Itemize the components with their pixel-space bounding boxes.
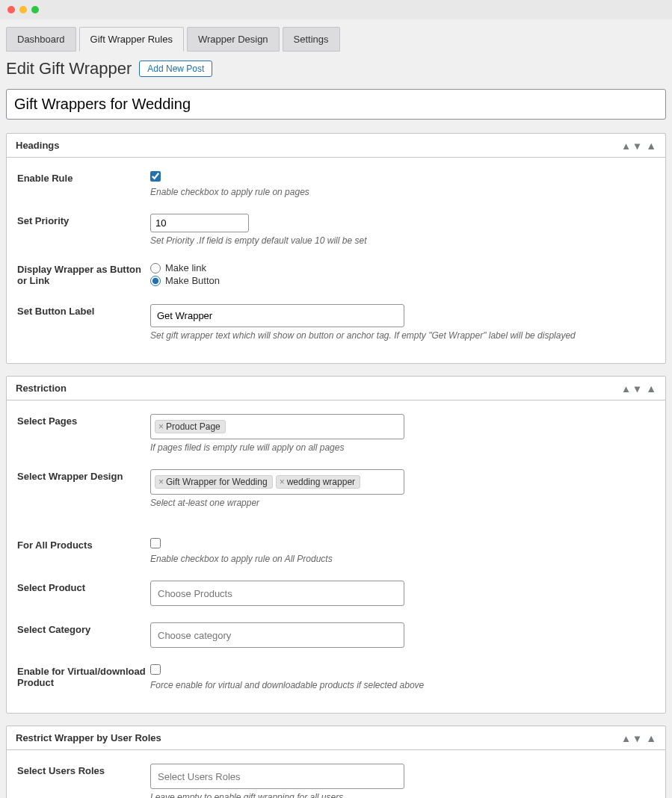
chevron-up-icon[interactable]: ▴ <box>623 383 629 394</box>
enable-rule-checkbox[interactable] <box>150 171 161 182</box>
select-design-label: Select Wrapper Design <box>17 469 150 482</box>
panel-user-roles: Restrict Wrapper by User Roles ▴ ▾ ▲ Sel… <box>6 726 666 798</box>
tag-product-page: ×Product Page <box>155 420 226 433</box>
select-category-label: Select Category <box>17 622 150 635</box>
select-product-input[interactable]: Choose Products <box>150 581 404 606</box>
select-pages-input[interactable]: ×Product Page <box>150 414 404 439</box>
make-button-radio[interactable] <box>150 276 161 286</box>
make-link-radio[interactable] <box>150 263 161 273</box>
for-all-products-label: For All Products <box>17 538 150 551</box>
select-roles-placeholder: Select Users Roles <box>155 769 244 785</box>
select-design-input[interactable]: ×Gift Wrapper for Wedding ×wedding wrapp… <box>150 469 404 495</box>
tab-gift-wrapper-rules[interactable]: Gift Wrapper Rules <box>79 27 184 52</box>
select-category-input[interactable]: Choose category <box>150 622 404 648</box>
window-titlebar <box>0 0 672 19</box>
remove-tag-icon[interactable]: × <box>280 477 285 487</box>
select-product-label: Select Product <box>17 581 150 593</box>
panel-headings-title: Headings <box>16 140 60 151</box>
select-pages-help: If pages filed is empty rule will apply … <box>150 442 655 453</box>
select-pages-label: Select Pages <box>17 414 150 427</box>
chevron-up-icon[interactable]: ▴ <box>623 140 629 151</box>
tag-label: wedding wrapper <box>287 477 355 487</box>
tag-label: Gift Wrapper for Wedding <box>166 477 268 487</box>
tab-wrapper-design[interactable]: Wrapper Design <box>187 27 280 52</box>
remove-tag-icon[interactable]: × <box>158 421 164 432</box>
set-priority-help: Set Priority .If field is empty default … <box>150 235 655 246</box>
for-all-products-help: Enable checkbox to apply rule on All Pro… <box>150 554 655 564</box>
tag-wedding-wrapper: ×wedding wrapper <box>276 475 360 489</box>
chevron-down-icon[interactable]: ▾ <box>635 140 640 151</box>
minimize-window-icon[interactable] <box>19 6 27 13</box>
enable-rule-help: Enable checkbox to apply rule on pages <box>150 187 655 197</box>
virtual-download-help: Force enable for virtual and downloadabl… <box>150 680 655 690</box>
select-roles-label: Select Users Roles <box>17 764 150 776</box>
collapse-icon[interactable]: ▲ <box>646 140 656 151</box>
tab-settings[interactable]: Settings <box>283 27 340 52</box>
select-design-help: Select at-least one wrapper <box>150 498 655 508</box>
tab-dashboard[interactable]: Dashboard <box>6 27 76 52</box>
add-new-post-button[interactable]: Add New Post <box>139 61 212 77</box>
virtual-download-label: Enable for Virtual/download Product <box>17 664 150 688</box>
tag-gift-wrapper-wedding: ×Gift Wrapper for Wedding <box>155 475 273 489</box>
panel-headings: Headings ▴ ▾ ▲ Enable Rule Enable checkb… <box>6 133 666 364</box>
for-all-products-checkbox[interactable] <box>150 538 161 548</box>
virtual-download-checkbox[interactable] <box>150 664 161 675</box>
chevron-down-icon[interactable]: ▾ <box>635 733 640 743</box>
maximize-window-icon[interactable] <box>31 6 39 13</box>
collapse-icon[interactable]: ▲ <box>646 383 656 394</box>
page-title: Edit Gift Wrapper <box>6 59 132 78</box>
button-label-label: Set Button Label <box>17 304 150 317</box>
collapse-icon[interactable]: ▲ <box>646 733 656 743</box>
tag-label: Product Page <box>166 421 221 432</box>
close-window-icon[interactable] <box>7 6 15 13</box>
chevron-up-icon[interactable]: ▴ <box>623 733 629 743</box>
panel-user-roles-title: Restrict Wrapper by User Roles <box>16 732 161 743</box>
remove-tag-icon[interactable]: × <box>158 477 164 487</box>
button-label-help: Set gift wrapper text which will show on… <box>150 330 655 341</box>
set-priority-label: Set Priority <box>17 214 150 226</box>
select-roles-help: Leave empty to enable gift wrapping for … <box>150 792 655 798</box>
button-label-input[interactable] <box>150 304 404 327</box>
panel-restriction-title: Restriction <box>16 383 67 394</box>
chevron-down-icon[interactable]: ▾ <box>635 383 640 394</box>
panel-restriction: Restriction ▴ ▾ ▲ Select Pages ×Product … <box>6 376 666 714</box>
make-link-label: Make link <box>165 262 206 273</box>
post-title-input[interactable] <box>6 89 666 120</box>
select-product-placeholder: Choose Products <box>155 586 235 601</box>
display-as-label: Display Wrapper as Button or Link <box>17 262 150 286</box>
select-category-placeholder: Choose category <box>155 628 234 643</box>
admin-tabs: Dashboard Gift Wrapper Rules Wrapper Des… <box>6 27 666 52</box>
set-priority-input[interactable] <box>150 214 249 232</box>
make-button-label: Make Button <box>165 275 220 286</box>
select-roles-input[interactable]: Select Users Roles <box>150 764 404 789</box>
enable-rule-label: Enable Rule <box>17 171 150 184</box>
